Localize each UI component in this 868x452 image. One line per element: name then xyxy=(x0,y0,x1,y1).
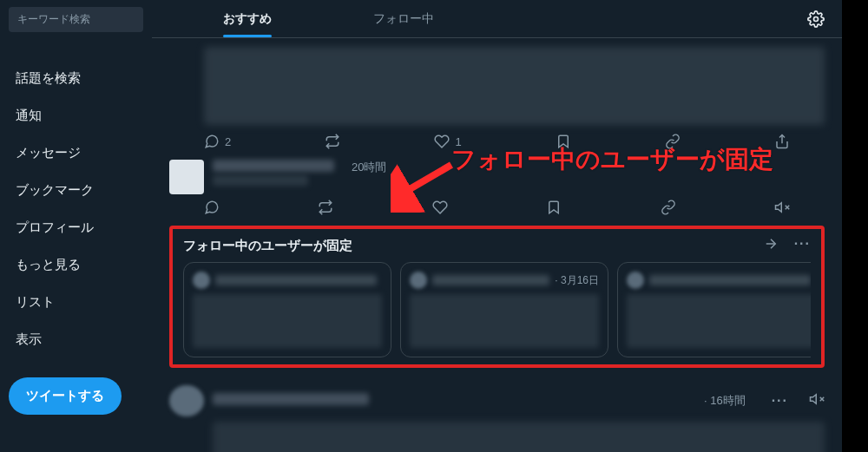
avatar[interactable] xyxy=(169,160,204,194)
pinned-card[interactable] xyxy=(617,262,811,357)
display-name xyxy=(213,393,369,405)
timestamp: 20時間 xyxy=(352,160,386,175)
mute-icon[interactable] xyxy=(809,391,825,410)
tweet-actions: 2 1 xyxy=(169,128,825,154)
retweet-button[interactable] xyxy=(318,200,333,215)
svg-point-0 xyxy=(814,17,819,22)
tweet-card[interactable]: · 16時間 ··· xyxy=(169,373,825,452)
display-name xyxy=(649,275,811,285)
link-button[interactable] xyxy=(661,200,676,215)
more-icon[interactable]: ··· xyxy=(794,236,811,255)
tweet-actions xyxy=(169,194,825,220)
display-name xyxy=(432,275,549,285)
tweet-card[interactable]: 2 1 xyxy=(169,38,825,154)
retweet-button[interactable] xyxy=(325,134,340,149)
pinned-card[interactable]: · 3月16日 xyxy=(400,262,608,357)
nav-profile[interactable]: プロフィール xyxy=(9,211,143,245)
main-column: おすすめ フォロー中 2 xyxy=(152,0,842,452)
display-name xyxy=(213,160,334,172)
nav-more[interactable]: もっと見る xyxy=(9,248,143,282)
nav-notifications[interactable]: 通知 xyxy=(9,99,143,133)
nav-messages[interactable]: メッセージ xyxy=(9,136,143,170)
nav-explore[interactable]: 話題を検索 xyxy=(9,62,143,95)
more-icon[interactable]: ··· xyxy=(772,393,788,409)
card-body xyxy=(627,294,811,348)
mute-icon[interactable] xyxy=(774,200,790,215)
pinned-card[interactable] xyxy=(183,262,391,357)
nav-display[interactable]: 表示 xyxy=(9,323,143,357)
tab-following[interactable]: フォロー中 xyxy=(326,1,482,37)
bookmark-button[interactable] xyxy=(546,200,562,215)
bookmark-button[interactable] xyxy=(556,134,571,149)
like-count: 1 xyxy=(455,135,461,148)
pinned-by-following-section: フォロー中のユーザーが固定 ··· · 3月16日 xyxy=(169,226,825,368)
pinned-card-row: · 3月16日 xyxy=(183,262,811,357)
card-body xyxy=(193,294,382,348)
reply-button[interactable]: 2 xyxy=(204,134,231,149)
avatar xyxy=(410,272,427,289)
feed: 2 1 xyxy=(152,38,842,452)
tweet-body xyxy=(204,47,825,125)
card-date: · 3月16日 xyxy=(555,273,599,288)
tweet-card[interactable]: 20時間 xyxy=(169,154,825,220)
avatar xyxy=(627,272,644,289)
like-button[interactable]: 1 xyxy=(434,134,461,149)
reply-count: 2 xyxy=(225,135,231,148)
avatar xyxy=(193,272,210,289)
share-button[interactable] xyxy=(774,134,790,149)
pinned-title: フォロー中のユーザーが固定 xyxy=(183,238,352,254)
search-input[interactable]: キーワード検索 xyxy=(9,7,143,32)
nav-bookmarks[interactable]: ブックマーク xyxy=(9,174,143,207)
gear-icon[interactable] xyxy=(807,10,825,28)
display-name xyxy=(215,275,377,285)
card-body xyxy=(410,294,599,348)
sidebar: キーワード検索 話題を検索 通知 メッセージ ブックマーク プロフィール もっと… xyxy=(0,0,152,452)
reply-button[interactable] xyxy=(204,200,220,215)
like-button[interactable] xyxy=(432,200,448,215)
avatar[interactable] xyxy=(169,385,204,416)
nav-lists[interactable]: リスト xyxy=(9,285,143,319)
arrow-right-icon[interactable] xyxy=(763,236,779,255)
right-padding xyxy=(842,0,868,452)
timestamp: · 16時間 xyxy=(704,393,746,409)
tab-foryou[interactable]: おすすめ xyxy=(169,1,326,37)
tweet-body xyxy=(213,422,825,452)
timeline-tabs: おすすめ フォロー中 xyxy=(152,0,842,38)
handle xyxy=(213,175,308,186)
tweet-button[interactable]: ツイートする xyxy=(9,377,122,415)
link-button[interactable] xyxy=(665,134,681,149)
